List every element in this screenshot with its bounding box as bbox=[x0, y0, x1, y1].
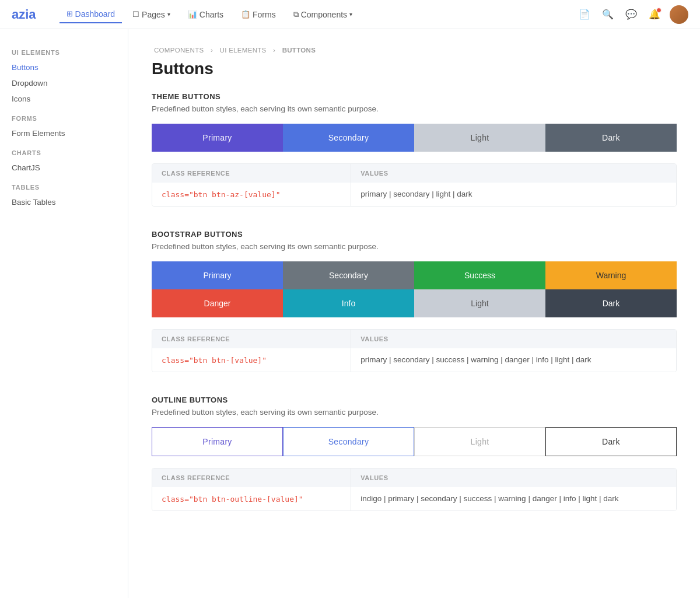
btn-success-bs[interactable]: Success bbox=[414, 261, 545, 289]
sidebar-section-forms: Forms bbox=[0, 107, 128, 125]
header: azia ⊞ Dashboard ☐ Pages ▾ 📊 Charts 📋 Fo… bbox=[0, 0, 700, 29]
bootstrap-class-code: class="btn btn-[value]" bbox=[152, 348, 351, 372]
sidebar-item-chartjs[interactable]: ChartJS bbox=[0, 160, 128, 176]
outline-class-code: class="btn btn-outline-[value]" bbox=[152, 487, 351, 510]
outline-class-ref-header: CLASS REFERENCE bbox=[152, 468, 351, 487]
bootstrap-buttons-grid: Primary Secondary Success Warning Danger… bbox=[152, 261, 677, 317]
avatar[interactable] bbox=[670, 5, 688, 24]
sidebar-section-charts: Charts bbox=[0, 141, 128, 160]
charts-icon: 📊 bbox=[188, 10, 197, 19]
breadcrumb-sep1: › bbox=[211, 47, 215, 54]
breadcrumb-current: BUTTONS bbox=[282, 47, 316, 54]
outline-buttons-row: Primary Secondary Light Dark bbox=[152, 427, 677, 456]
outline-values-text: indigo | primary | secondary | success |… bbox=[351, 487, 676, 510]
theme-buttons-section: THEME BUTTONS Predefined button styles, … bbox=[152, 92, 677, 207]
sidebar: UI Elements Buttons Dropdown Icons Forms… bbox=[0, 29, 128, 598]
layout: UI Elements Buttons Dropdown Icons Forms… bbox=[0, 29, 700, 598]
bootstrap-ref-table: CLASS REFERENCE VALUES class="btn btn-[v… bbox=[152, 329, 677, 372]
btn-primary-theme[interactable]: Primary bbox=[152, 124, 283, 152]
theme-buttons-row: Primary Secondary Light Dark bbox=[152, 124, 677, 152]
bootstrap-row1: Primary Secondary Success Warning bbox=[152, 261, 677, 289]
breadcrumb-sep2: › bbox=[273, 47, 278, 54]
btn-secondary-bs[interactable]: Secondary bbox=[283, 261, 414, 289]
search-icon[interactable]: 🔍 bbox=[600, 6, 616, 23]
outline-ref-header: CLASS REFERENCE VALUES bbox=[152, 468, 676, 487]
file-icon[interactable]: 📄 bbox=[576, 6, 593, 23]
dashboard-icon: ⊞ bbox=[66, 9, 73, 18]
btn-light-theme[interactable]: Light bbox=[414, 124, 545, 152]
btn-outline-dark[interactable]: Dark bbox=[545, 427, 677, 456]
btn-dark-bs[interactable]: Dark bbox=[545, 289, 677, 317]
sidebar-section-tables: Tables bbox=[0, 176, 128, 194]
nav-forms[interactable]: 📋 Forms bbox=[234, 6, 283, 23]
chevron-down-icon-2: ▾ bbox=[349, 11, 352, 18]
nav-pages[interactable]: ☐ Pages ▾ bbox=[125, 6, 177, 23]
theme-buttons-title: THEME BUTTONS bbox=[152, 92, 677, 101]
btn-outline-secondary[interactable]: Secondary bbox=[283, 427, 414, 456]
bootstrap-buttons-title: BOOTSTRAP BUTTONS bbox=[152, 230, 677, 239]
bootstrap-ref-header: CLASS REFERENCE VALUES bbox=[152, 330, 676, 348]
sidebar-item-dropdown[interactable]: Dropdown bbox=[0, 75, 128, 91]
sidebar-item-buttons[interactable]: Buttons bbox=[0, 60, 128, 75]
sidebar-item-basic-tables[interactable]: Basic Tables bbox=[0, 194, 128, 210]
bootstrap-values-header: VALUES bbox=[351, 330, 676, 348]
bootstrap-buttons-desc: Predefined button styles, each serving i… bbox=[152, 242, 677, 251]
theme-ref-body: class="btn btn-az-[value]" primary | sec… bbox=[152, 183, 676, 206]
outline-buttons-desc: Predefined button styles, each serving i… bbox=[152, 408, 677, 417]
theme-values-text: primary | secondary | light | dark bbox=[351, 183, 676, 206]
nav-charts[interactable]: 📊 Charts bbox=[181, 6, 230, 23]
chevron-down-icon: ▾ bbox=[167, 11, 170, 18]
theme-class-code: class="btn btn-az-[value]" bbox=[152, 183, 351, 206]
outline-buttons-section: OUTLINE BUTTONS Predefined button styles… bbox=[152, 396, 677, 511]
theme-buttons-desc: Predefined button styles, each serving i… bbox=[152, 104, 677, 113]
outline-ref-body: class="btn btn-outline-[value]" indigo |… bbox=[152, 487, 676, 510]
bootstrap-buttons-section: BOOTSTRAP BUTTONS Predefined button styl… bbox=[152, 230, 677, 372]
btn-info-bs[interactable]: Info bbox=[283, 289, 414, 317]
nav-components[interactable]: ⧉ Components ▾ bbox=[286, 6, 359, 23]
breadcrumb-ui-elements: UI ELEMENTS bbox=[220, 47, 267, 54]
btn-outline-light[interactable]: Light bbox=[414, 427, 545, 456]
bootstrap-row2: Danger Info Light Dark bbox=[152, 289, 677, 317]
bootstrap-class-ref-header: CLASS REFERENCE bbox=[152, 330, 351, 348]
nav-dashboard[interactable]: ⊞ Dashboard bbox=[60, 6, 123, 23]
theme-values-header: VALUES bbox=[351, 164, 676, 183]
theme-class-ref-header: CLASS REFERENCE bbox=[152, 164, 351, 183]
theme-ref-header: CLASS REFERENCE VALUES bbox=[152, 164, 676, 183]
sidebar-item-form-elements[interactable]: Form Elements bbox=[0, 125, 128, 141]
outline-values-header: VALUES bbox=[351, 468, 676, 487]
components-icon: ⧉ bbox=[293, 10, 299, 19]
chat-icon[interactable]: 💬 bbox=[623, 6, 639, 23]
pages-icon: ☐ bbox=[132, 10, 139, 19]
btn-danger-bs[interactable]: Danger bbox=[152, 289, 283, 317]
breadcrumb: COMPONENTS › UI ELEMENTS › BUTTONS bbox=[152, 47, 677, 54]
sidebar-section-ui-elements: UI Elements bbox=[0, 41, 128, 60]
btn-primary-bs[interactable]: Primary bbox=[152, 261, 283, 289]
sidebar-item-icons[interactable]: Icons bbox=[0, 91, 128, 107]
btn-secondary-theme[interactable]: Secondary bbox=[283, 124, 414, 152]
btn-outline-primary[interactable]: Primary bbox=[152, 427, 283, 456]
app-logo: azia bbox=[12, 7, 36, 22]
bootstrap-ref-body: class="btn btn-[value]" primary | second… bbox=[152, 348, 676, 372]
outline-ref-table: CLASS REFERENCE VALUES class="btn btn-ou… bbox=[152, 468, 677, 511]
main-nav: ⊞ Dashboard ☐ Pages ▾ 📊 Charts 📋 Forms ⧉… bbox=[60, 6, 576, 23]
outline-buttons-title: OUTLINE BUTTONS bbox=[152, 396, 677, 404]
breadcrumb-components: COMPONENTS bbox=[154, 47, 204, 54]
bootstrap-values-text: primary | secondary | success | warning … bbox=[351, 348, 676, 372]
btn-warning-bs[interactable]: Warning bbox=[545, 261, 677, 289]
header-actions: 📄 🔍 💬 🔔 bbox=[576, 5, 688, 24]
main-content: COMPONENTS › UI ELEMENTS › BUTTONS Butto… bbox=[128, 29, 700, 598]
btn-dark-theme[interactable]: Dark bbox=[545, 124, 677, 152]
forms-icon: 📋 bbox=[241, 10, 250, 19]
btn-light-bs[interactable]: Light bbox=[414, 289, 545, 317]
page-title: Buttons bbox=[152, 60, 677, 78]
theme-ref-table: CLASS REFERENCE VALUES class="btn btn-az… bbox=[152, 163, 677, 207]
notification-icon[interactable]: 🔔 bbox=[646, 6, 663, 23]
